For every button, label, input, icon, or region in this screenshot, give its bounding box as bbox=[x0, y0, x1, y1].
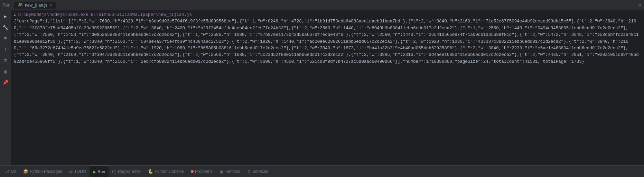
tab-problems[interactable]: Problems bbox=[187, 166, 216, 177]
services-label: Services bbox=[252, 169, 268, 174]
download-sidebar-icon[interactable]: ⬇ bbox=[2, 46, 9, 53]
main-area: ▶ 🔧 ■ ⬇ 🗑 ▦ 📌 ▶ D:\myNodejs\nodejs\node.… bbox=[0, 10, 644, 165]
layout-sidebar-icon[interactable]: ▦ bbox=[2, 68, 9, 75]
problems-dot-icon bbox=[191, 170, 194, 173]
tab-git[interactable]: ⎇ Git bbox=[1, 166, 20, 177]
data-output-text: {"currPage":1,"list":[{"t":2,"w":7680,"h… bbox=[14, 18, 641, 65]
terminal-icon: ▣ bbox=[220, 169, 223, 174]
tab-todo[interactable]: ☰ TODO bbox=[66, 166, 90, 177]
tab-regex-tester[interactable]: (*) RegexTester bbox=[109, 166, 144, 177]
regex-icon: (*) bbox=[112, 169, 116, 174]
services-icon: ⚙ bbox=[247, 169, 251, 174]
python-packages-label: Python Packages bbox=[30, 169, 62, 174]
run-bar: Run: JS new_jijian.js ✕ ⚙ bbox=[0, 0, 644, 10]
tab-services[interactable]: ⚙ Services bbox=[244, 166, 272, 177]
play-sidebar-icon[interactable]: ▶ bbox=[2, 12, 9, 20]
command-line: ▶ D:\myNodejs\nodejs\node.exe E:\Github\… bbox=[14, 12, 641, 18]
git-icon: ⎇ bbox=[5, 169, 10, 174]
tab-python-console[interactable]: 🐍 Python Console bbox=[144, 166, 187, 177]
tab-run[interactable]: ▶ Run bbox=[90, 166, 109, 177]
js-icon: JS bbox=[18, 3, 23, 7]
play-icon: ▶ bbox=[14, 12, 16, 18]
todo-label: TODO bbox=[74, 169, 86, 174]
close-icon[interactable]: ✕ bbox=[49, 3, 52, 7]
gear-icon[interactable]: ⚙ bbox=[638, 2, 641, 8]
run-tab-name: new_jijian.js bbox=[25, 3, 47, 8]
python-packages-icon: 📦 bbox=[23, 169, 28, 174]
python-console-label: Python Console bbox=[155, 169, 184, 174]
wrench-sidebar-icon[interactable]: 🔧 bbox=[2, 23, 9, 31]
output-area: ▶ D:\myNodejs\nodejs\node.exe E:\Github\… bbox=[11, 10, 644, 165]
problems-label: Problems bbox=[195, 169, 213, 174]
trash-sidebar-icon[interactable]: 🗑 bbox=[2, 57, 9, 64]
stop-sidebar-icon[interactable]: ■ bbox=[2, 35, 9, 42]
data-output-line: {"currPage":1,"list":[{"t":2,"w":7680,"h… bbox=[14, 18, 641, 65]
git-label: Git bbox=[11, 169, 16, 174]
bottom-bar: ⎇ Git 📦 Python Packages ☰ TODO ▶ Run (*)… bbox=[0, 165, 644, 177]
sidebar-icons: ▶ 🔧 ■ ⬇ 🗑 ▦ 📌 bbox=[0, 10, 11, 165]
run-icon: ▶ bbox=[93, 169, 96, 174]
terminal-label: Terminal bbox=[225, 169, 240, 174]
run-label-tab: Run bbox=[97, 169, 105, 174]
run-bar-right: ⚙ bbox=[638, 2, 641, 8]
tab-terminal[interactable]: ▣ Terminal bbox=[216, 166, 244, 177]
tab-python-packages[interactable]: 📦 Python Packages bbox=[20, 166, 65, 177]
command-text: D:\myNodejs\nodejs\node.exe E:\Github\Ji… bbox=[18, 12, 192, 18]
run-tab[interactable]: JS new_jijian.js ✕ bbox=[14, 2, 55, 9]
run-label: Run: bbox=[3, 3, 11, 8]
todo-icon: ☰ bbox=[69, 169, 73, 174]
pin-sidebar-icon[interactable]: 📌 bbox=[2, 79, 9, 86]
regex-label: RegexTester bbox=[118, 169, 141, 174]
python-console-icon: 🐍 bbox=[148, 169, 153, 174]
